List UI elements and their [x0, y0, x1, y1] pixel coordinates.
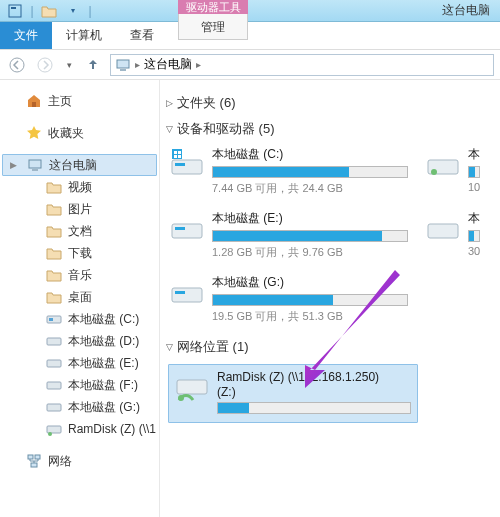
svg-point-2 — [10, 58, 24, 72]
drive-label: 本地磁盘 (G:) — [212, 274, 408, 291]
sidebar-item-documents[interactable]: 文档 — [0, 220, 159, 242]
svg-rect-13 — [47, 382, 61, 389]
content-area: ▷ 文件夹 (6) ▽ 设备和驱动器 (5) 本地磁盘 (C:) 7.44 GB… — [160, 80, 500, 517]
qat-folder-icon[interactable] — [40, 2, 58, 20]
sidebar-item-label: 网络 — [48, 453, 72, 470]
drive-stats: 1.28 GB 可用，共 9.76 GB — [212, 245, 408, 260]
tab-computer[interactable]: 计算机 — [52, 22, 116, 49]
svg-rect-17 — [28, 455, 33, 459]
sidebar-item-music[interactable]: 音乐 — [0, 264, 159, 286]
svg-rect-4 — [117, 60, 129, 68]
drive-stats: 10 — [468, 181, 486, 193]
svg-rect-19 — [31, 463, 37, 467]
sidebar-item-label: 音乐 — [68, 267, 92, 284]
breadcrumb-sep-icon[interactable]: ▸ — [135, 59, 140, 70]
sidebar-item-videos[interactable]: 视频 — [0, 176, 159, 198]
sidebar-item-label: 收藏夹 — [48, 125, 84, 142]
svg-rect-6 — [32, 102, 36, 107]
collapse-icon[interactable]: ▽ — [166, 342, 173, 352]
pc-icon — [27, 157, 43, 173]
nav-up-icon[interactable] — [82, 54, 104, 76]
expand-icon[interactable]: ▶ — [10, 160, 17, 170]
sidebar-item-label: 本地磁盘 (E:) — [68, 355, 139, 372]
sidebar-item-label: RamDisk (Z) (\\1 — [68, 422, 156, 436]
folder-icon — [46, 245, 62, 261]
sidebar-item-disk-c[interactable]: 本地磁盘 (C:) — [0, 308, 159, 330]
drive-stats: 30 — [468, 245, 486, 257]
breadcrumb-sep-icon[interactable]: ▸ — [196, 59, 201, 70]
collapse-icon[interactable]: ▷ — [166, 98, 173, 108]
drive-g[interactable]: 本地磁盘 (G:) 19.5 GB 可用，共 51.3 GB — [170, 274, 408, 324]
usage-bar — [212, 230, 408, 242]
svg-rect-32 — [172, 288, 202, 302]
disk-icon — [46, 377, 62, 393]
home-icon — [26, 93, 42, 109]
drive-partial-right-2[interactable]: 本 30 — [426, 210, 486, 260]
drive-stats: 19.5 GB 可用，共 51.3 GB — [212, 309, 408, 324]
section-network[interactable]: ▽ 网络位置 (1) — [166, 338, 500, 356]
usage-bar — [212, 294, 408, 306]
disk-icon — [426, 146, 460, 180]
sidebar-item-favorites[interactable]: 收藏夹 — [0, 122, 159, 144]
sidebar-item-disk-e[interactable]: 本地磁盘 (E:) — [0, 352, 159, 374]
sidebar-item-label: 本地磁盘 (F:) — [68, 377, 138, 394]
svg-rect-30 — [175, 227, 185, 230]
sidebar-item-home[interactable]: 主页 — [0, 90, 159, 112]
section-folders[interactable]: ▷ 文件夹 (6) — [166, 94, 500, 112]
netdrive-sub: (Z:) — [217, 385, 411, 399]
netdrive-icon — [175, 370, 209, 404]
folder-icon — [46, 289, 62, 305]
title-bar: | ▾ | 这台电脑 — [0, 0, 500, 22]
nav-forward-icon[interactable] — [34, 54, 56, 76]
svg-rect-31 — [428, 224, 458, 238]
network-drive-ramdisk[interactable]: RamDisk (Z) (\\192.168.1.250) (Z:) — [168, 364, 418, 423]
svg-rect-34 — [177, 380, 207, 394]
netdrive-label: RamDisk (Z) (\\192.168.1.250) — [217, 370, 411, 384]
svg-rect-7 — [29, 160, 41, 168]
sidebar-item-disk-d[interactable]: 本地磁盘 (D:) — [0, 330, 159, 352]
sidebar-item-this-pc[interactable]: ▶ 这台电脑 — [2, 154, 157, 176]
drive-e[interactable]: 本地磁盘 (E:) 1.28 GB 可用，共 9.76 GB — [170, 210, 408, 260]
usage-bar-fill — [213, 231, 382, 241]
drive-stats: 7.44 GB 可用，共 24.4 GB — [212, 181, 408, 196]
ribbon: 文件 计算机 查看 — [0, 22, 500, 50]
folder-icon — [46, 179, 62, 195]
sidebar-item-downloads[interactable]: 下载 — [0, 242, 159, 264]
qat-separator2: | — [88, 2, 92, 20]
sidebar-item-label: 本地磁盘 (C:) — [68, 311, 139, 328]
collapse-icon[interactable]: ▽ — [166, 124, 173, 134]
usage-bar — [468, 166, 480, 178]
qat-dropdown-icon[interactable]: ▾ — [64, 2, 82, 20]
nav-history-dropdown-icon[interactable]: ▾ — [62, 54, 76, 76]
section-devices[interactable]: ▽ 设备和驱动器 (5) — [166, 120, 500, 138]
sidebar-item-ramdisk[interactable]: RamDisk (Z) (\\1 — [0, 418, 159, 440]
address-bar[interactable]: ▸ 这台电脑 ▸ — [110, 54, 494, 76]
usage-bar — [212, 166, 408, 178]
sidebar-item-desktop[interactable]: 桌面 — [0, 286, 159, 308]
sidebar-item-network[interactable]: 网络 — [0, 450, 159, 472]
sidebar-item-label: 本地磁盘 (D:) — [68, 333, 139, 350]
svg-rect-33 — [175, 291, 185, 294]
sidebar-item-disk-g[interactable]: 本地磁盘 (G:) — [0, 396, 159, 418]
tab-manage[interactable]: 管理 — [178, 14, 248, 40]
nav-back-icon[interactable] — [6, 54, 28, 76]
drive-c[interactable]: 本地磁盘 (C:) 7.44 GB 可用，共 24.4 GB — [170, 146, 408, 196]
navigation-pane: 主页 收藏夹 ▶ 这台电脑 视频 图片 文档 下载 音乐 桌面 本地磁盘 (C:… — [0, 80, 160, 517]
window-title: 这台电脑 — [442, 2, 490, 19]
folder-icon — [46, 201, 62, 217]
sidebar-item-label: 图片 — [68, 201, 92, 218]
tab-view[interactable]: 查看 — [116, 22, 168, 49]
drive-partial-right-1[interactable]: 本 10 — [426, 146, 486, 196]
disk-icon — [170, 210, 204, 244]
qat-properties-icon[interactable] — [6, 2, 24, 20]
tab-file[interactable]: 文件 — [0, 22, 52, 49]
svg-rect-18 — [35, 455, 40, 459]
pc-icon — [115, 57, 131, 73]
disk-icon — [46, 311, 62, 327]
svg-rect-26 — [178, 155, 181, 158]
breadcrumb-location[interactable]: 这台电脑 — [144, 56, 192, 73]
disk-icon — [46, 333, 62, 349]
sidebar-item-disk-f[interactable]: 本地磁盘 (F:) — [0, 374, 159, 396]
usage-bar-fill — [218, 403, 249, 413]
sidebar-item-pictures[interactable]: 图片 — [0, 198, 159, 220]
